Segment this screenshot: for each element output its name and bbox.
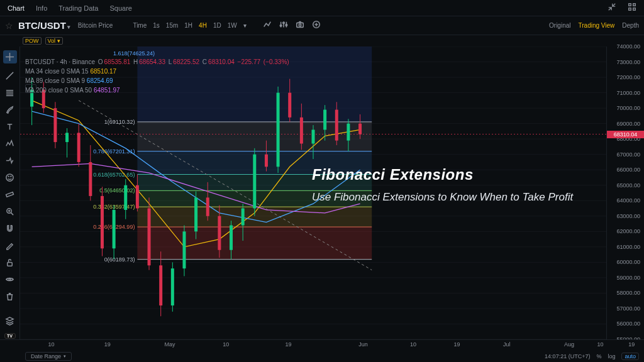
app-top-tabs: Chart Info Trading Data Square	[0, 0, 644, 16]
zoom-tool-icon[interactable]	[5, 207, 15, 216]
trash-tool-icon[interactable]	[5, 292, 15, 301]
brush-tool-icon[interactable]	[5, 105, 15, 114]
svg-rect-96	[230, 226, 233, 250]
pct-toggle[interactable]: %	[596, 353, 601, 359]
svg-rect-70	[77, 133, 80, 162]
svg-rect-74	[101, 196, 104, 248]
view-depth[interactable]: Depth	[622, 22, 639, 29]
svg-rect-112	[323, 110, 326, 130]
badge-vol[interactable]: Vol ▾	[45, 37, 63, 45]
auto-scale-button[interactable]: auto	[621, 353, 639, 360]
camera-icon[interactable]	[296, 20, 304, 31]
svg-text:0.786(67201.31): 0.786(67201.31)	[93, 148, 135, 155]
svg-rect-80	[136, 185, 139, 209]
svg-rect-66	[53, 108, 57, 142]
svg-rect-110	[312, 129, 315, 143]
status-bar: Date Range▾ 14:07:21 (UTC+7) % log auto	[20, 351, 644, 362]
svg-rect-1	[633, 3, 636, 6]
add-icon[interactable]	[312, 20, 321, 31]
svg-rect-98	[242, 209, 245, 226]
view-tradingview[interactable]: Trading View	[579, 22, 615, 29]
date-range-button[interactable]: Date Range▾	[25, 352, 72, 361]
fib-tool-icon[interactable]	[5, 88, 15, 97]
collapse-indicators-button[interactable]: ˄	[25, 84, 36, 93]
grid-icon[interactable]	[628, 3, 636, 14]
log-toggle[interactable]: log	[608, 353, 615, 359]
clock-time: 14:07:21 (UTC+7)	[545, 353, 590, 359]
svg-rect-13	[6, 192, 14, 197]
view-mode-selector: Original Trading View Depth	[549, 22, 639, 29]
svg-rect-3	[633, 8, 636, 10]
svg-rect-90	[194, 197, 197, 231]
tab-chart[interactable]: Chart	[8, 4, 25, 12]
timeframe-label: Time	[133, 22, 147, 29]
settings-sliders-icon[interactable]	[279, 20, 288, 31]
tf-1s[interactable]: 1s	[153, 22, 160, 29]
svg-rect-94	[218, 216, 221, 250]
edit-tool-icon[interactable]	[5, 241, 15, 250]
tf-1d[interactable]: 1D	[213, 22, 221, 29]
svg-rect-15	[8, 263, 13, 266]
magnet-tool-icon[interactable]	[5, 224, 15, 233]
svg-point-16	[9, 278, 11, 280]
svg-rect-86	[171, 268, 174, 305]
time-axis[interactable]: 1019May1019Jun1019JulAug1019 Date Range▾…	[0, 339, 644, 362]
crosshair-tool-icon[interactable]	[3, 50, 17, 63]
svg-text:0.618(65702.65): 0.618(65702.65)	[93, 172, 135, 178]
svg-rect-100	[253, 155, 256, 209]
svg-rect-64	[42, 90, 45, 108]
view-original[interactable]: Original	[549, 22, 570, 29]
symbol-name[interactable]: BTC/USDT▾	[18, 20, 70, 31]
eye-tool-icon[interactable]	[5, 275, 15, 284]
svg-rect-78	[124, 185, 127, 210]
svg-rect-92	[206, 197, 209, 216]
indicators-icon[interactable]	[263, 20, 272, 31]
symbol-badges: POW Vol ▾	[0, 35, 644, 47]
svg-point-10	[6, 174, 13, 181]
lock-tool-icon[interactable]	[5, 258, 15, 267]
favorite-star-icon[interactable]: ☆	[5, 21, 13, 31]
price-axis[interactable]: 55000.0056000.0057000.0058000.0059000.00…	[606, 47, 644, 339]
trendline-tool-icon[interactable]	[5, 71, 15, 80]
svg-rect-102	[265, 155, 268, 167]
svg-rect-114	[335, 110, 338, 141]
collapse-icon[interactable]	[608, 3, 616, 14]
svg-rect-84	[159, 265, 162, 305]
symbol-subtitle: Bitcoin Price	[78, 22, 113, 29]
svg-rect-104	[277, 93, 280, 167]
svg-point-8	[299, 24, 301, 26]
svg-rect-68	[65, 133, 69, 142]
tab-trading-data[interactable]: Trading Data	[58, 4, 98, 12]
svg-rect-88	[182, 231, 186, 268]
tf-4h[interactable]: 4H	[199, 22, 207, 29]
svg-rect-0	[629, 3, 631, 6]
svg-rect-76	[113, 210, 116, 248]
tf-15m[interactable]: 15m	[166, 22, 178, 29]
svg-rect-116	[347, 124, 350, 141]
badge-pow[interactable]: POW	[23, 37, 42, 45]
tf-1w[interactable]: 1W	[228, 22, 237, 29]
svg-text:0(60189.73): 0(60189.73)	[104, 256, 135, 263]
pattern-tool-icon[interactable]	[5, 139, 15, 148]
tab-info[interactable]: Info	[36, 4, 47, 12]
emoji-tool-icon[interactable]	[5, 173, 15, 182]
svg-rect-2	[629, 8, 631, 10]
svg-point-12	[11, 176, 11, 177]
svg-text:0.5(64650.02): 0.5(64650.02)	[99, 187, 135, 194]
forecast-tool-icon[interactable]	[5, 156, 15, 165]
ruler-tool-icon[interactable]	[5, 190, 15, 199]
layers-icon[interactable]	[5, 316, 15, 326]
drawing-toolbar: TV	[0, 47, 20, 339]
text-tool-icon[interactable]	[5, 122, 15, 131]
timeframe-selector: Time 1s 15m 1H 4H 1D 1W ▾	[133, 22, 246, 29]
svg-rect-37	[137, 227, 372, 260]
svg-rect-72	[89, 162, 92, 196]
svg-rect-108	[300, 118, 303, 144]
price-chart[interactable]: 0(60189.73)0.236(62294.99)0.382(63597.47…	[20, 47, 606, 339]
tf-1h[interactable]: 1H	[184, 22, 192, 29]
tf-more-icon[interactable]: ▾	[243, 22, 247, 29]
svg-rect-106	[288, 93, 291, 118]
tradingview-logo[interactable]: TV	[4, 333, 16, 339]
tab-square[interactable]: Square	[109, 4, 131, 12]
symbol-header: ☆ BTC/USDT▾ Bitcoin Price Time 1s 15m 1H…	[0, 16, 644, 35]
